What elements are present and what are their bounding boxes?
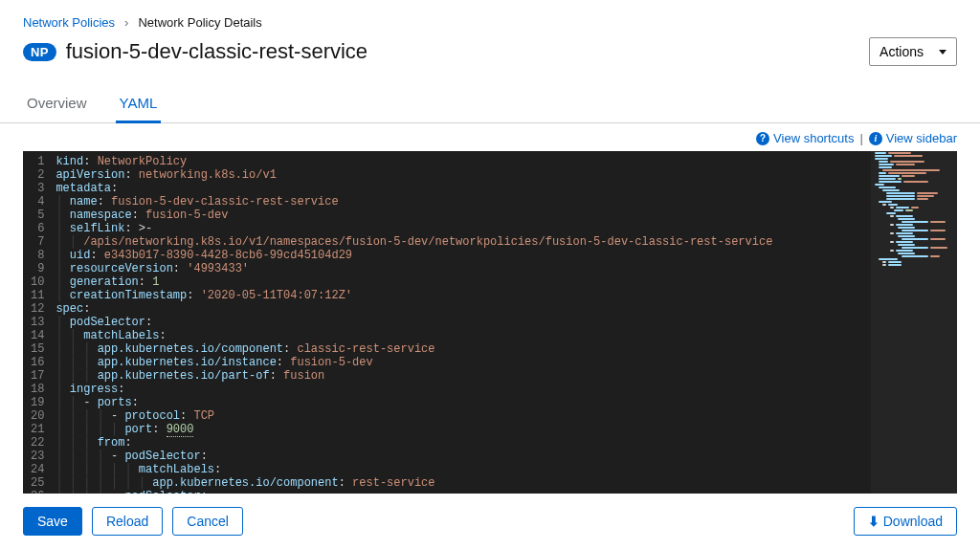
cancel-button[interactable]: Cancel xyxy=(172,507,243,536)
minimap[interactable] xyxy=(871,151,957,494)
save-button[interactable]: Save xyxy=(23,507,82,536)
page-title: fusion-5-dev-classic-rest-service xyxy=(66,39,368,64)
chevron-right-icon: › xyxy=(124,15,128,30)
download-icon: ⬇ xyxy=(868,514,880,529)
actions-label: Actions xyxy=(880,44,924,59)
download-button[interactable]: ⬇Download xyxy=(854,507,957,536)
tab-overview[interactable]: Overview xyxy=(23,85,91,122)
help-icon: ? xyxy=(756,132,769,145)
code-content[interactable]: kind: NetworkPolicy apiVersion: networki… xyxy=(56,151,957,494)
tabs: Overview YAML xyxy=(0,85,980,123)
reload-button[interactable]: Reload xyxy=(92,507,163,536)
caret-down-icon xyxy=(939,50,947,55)
info-icon: i xyxy=(869,132,882,145)
breadcrumb: Network Policies › Network Policy Detail… xyxy=(23,15,957,30)
tab-yaml[interactable]: YAML xyxy=(116,85,162,123)
yaml-editor[interactable]: 1234567891011121314151617181920212223242… xyxy=(23,151,957,494)
view-shortcuts-link[interactable]: ? View shortcuts xyxy=(756,131,854,145)
divider: | xyxy=(859,131,862,145)
breadcrumb-parent-link[interactable]: Network Policies xyxy=(23,15,115,30)
view-sidebar-link[interactable]: i View sidebar xyxy=(869,131,957,145)
breadcrumb-current: Network Policy Details xyxy=(138,15,261,30)
resource-badge: NP xyxy=(23,43,56,61)
line-gutter: 1234567891011121314151617181920212223242… xyxy=(23,151,56,494)
actions-dropdown[interactable]: Actions xyxy=(869,37,957,66)
